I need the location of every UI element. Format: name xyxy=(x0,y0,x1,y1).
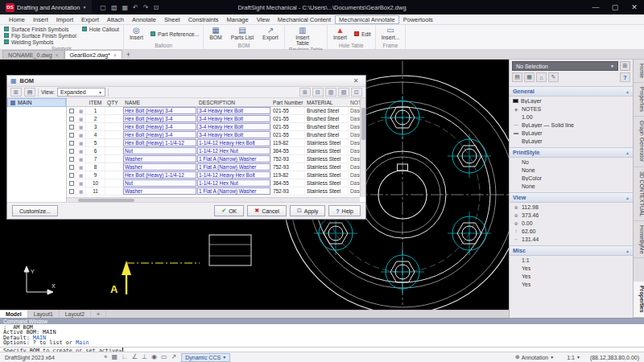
prop-misc-3[interactable]: Yes xyxy=(510,280,633,288)
tab-manage[interactable]: Manage xyxy=(223,15,253,24)
command-window-header[interactable]: Command Window xyxy=(0,319,644,324)
tab-home[interactable]: Home xyxy=(5,15,29,24)
checkbox[interactable] xyxy=(69,173,74,178)
etrack-toggle-icon[interactable]: ◉ xyxy=(151,353,157,361)
section-printstyle[interactable]: PrintStyle▲ xyxy=(510,147,633,158)
prop-view-height[interactable]: ↕62.60 xyxy=(510,227,633,235)
ok-button[interactable]: ✔OK xyxy=(214,205,244,216)
prop-transparency[interactable]: ByLayer xyxy=(510,137,633,145)
tab-model[interactable]: Model xyxy=(0,311,28,319)
section-misc[interactable]: Misc▲ xyxy=(510,245,633,256)
checkbox[interactable] xyxy=(69,181,74,186)
edit-hole-table-button[interactable]: Edit xyxy=(354,31,371,37)
cancel-button[interactable]: ✖Cancel xyxy=(247,205,287,216)
checkbox[interactable] xyxy=(69,109,74,113)
expand-all-icon[interactable]: ⊞ xyxy=(299,88,311,97)
palette-tab-home[interactable]: Home xyxy=(634,60,644,83)
add-layout-button[interactable]: + xyxy=(91,311,106,319)
export-button[interactable]: ↗Export xyxy=(261,26,280,40)
checkbox[interactable] xyxy=(69,141,74,146)
polar-toggle-icon[interactable]: ∠ xyxy=(132,353,138,361)
bom-button[interactable]: ▦BOM xyxy=(208,26,223,40)
undo-icon[interactable]: ↶ xyxy=(133,4,138,11)
save-icon[interactable]: ▦ xyxy=(122,4,128,11)
tab-mechanical-content[interactable]: Mechanical Content xyxy=(274,15,335,24)
tab-powertools[interactable]: Powertools xyxy=(399,15,437,24)
prop-view-width[interactable]: ↔131.44 xyxy=(510,235,633,243)
edit-icon[interactable]: ✎ xyxy=(548,72,559,82)
bom-tree-root[interactable]: MAIN xyxy=(7,98,66,107)
redo-icon[interactable]: ↷ xyxy=(143,4,149,11)
scale-dropdown[interactable]: 1:1▼ xyxy=(564,353,584,362)
open-file-icon[interactable]: ▧ xyxy=(111,4,118,11)
table-row[interactable]: ▦2Hex Bolt (Heavy) 3-43-4 Heavy Hex Bolt… xyxy=(67,115,360,123)
prop-misc-1[interactable]: Yes xyxy=(510,264,633,272)
prop-print-2[interactable]: ByColor xyxy=(510,174,633,182)
palette-tab-properties[interactable]: Properties xyxy=(634,83,644,117)
part-reference-button[interactable]: Part Reference... xyxy=(151,31,199,37)
ortho-toggle-icon[interactable]: ∟ xyxy=(122,353,128,361)
bom-refresh-icon[interactable]: ⊞ xyxy=(10,88,22,97)
tab-import[interactable]: Import xyxy=(52,15,77,24)
ucs-toggle-icon[interactable]: ↗ xyxy=(171,353,176,361)
select-entities-button[interactable]: ⊞ xyxy=(620,61,630,71)
insert-frame-button[interactable]: ▭Insert... xyxy=(380,26,402,40)
prop-misc-2[interactable]: Yes xyxy=(510,272,633,280)
close-tab-icon[interactable]: × xyxy=(56,52,59,58)
checkbox[interactable] xyxy=(69,117,74,121)
new-tab-button[interactable]: + xyxy=(122,51,134,59)
palette-tab-graph-generator[interactable]: Graph Generator xyxy=(634,117,644,167)
home-icon[interactable]: ⌂ xyxy=(536,72,547,82)
tab-layout1[interactable]: Layout1 xyxy=(28,311,60,319)
bom-settings-icon[interactable]: ▤ xyxy=(24,88,35,97)
prop-linestyle[interactable]: —ByLayer — Solid line xyxy=(510,121,633,129)
collapse-all-icon[interactable]: ⊟ xyxy=(312,88,324,97)
table-row[interactable]: ▦7Washer1 Flat A (Narrow) Washer752-93St… xyxy=(67,155,360,163)
tab-constraints[interactable]: Constraints xyxy=(184,15,223,24)
help-button[interactable]: ?Help xyxy=(328,205,361,216)
palette-tab-homebyme[interactable]: HomeByMe xyxy=(634,221,644,259)
prop-view-centerx[interactable]: ⊕112.98 xyxy=(510,203,633,211)
prop-view-centerz[interactable]: ⊕0.00 xyxy=(510,219,633,227)
tab-annotate[interactable]: Annotate xyxy=(128,15,160,24)
tab-view[interactable]: View xyxy=(253,15,274,24)
help-icon[interactable]: ? xyxy=(620,72,630,82)
section-view[interactable]: View▲ xyxy=(510,192,633,203)
checkbox[interactable] xyxy=(69,189,74,194)
tab-attach[interactable]: Attach xyxy=(103,15,128,24)
apply-button[interactable]: ⊡Apply xyxy=(290,205,325,216)
customize-button[interactable]: Customize... xyxy=(12,205,58,216)
prop-misc-scale[interactable]: 1:1 xyxy=(510,256,633,264)
grid-toggle-icon[interactable]: ▦ xyxy=(111,353,118,361)
selection-dropdown[interactable]: No Selection▼ xyxy=(512,61,618,71)
grid-view-icon[interactable]: ▤ xyxy=(512,72,522,82)
flip-surface-finish-button[interactable]: Flip Surface Finish Symbol xyxy=(4,32,76,39)
annotation-scale-dropdown[interactable]: ⊛Annotation▼ xyxy=(512,353,557,362)
close-button[interactable]: ✕ xyxy=(625,0,644,14)
datum-arrow-annotation[interactable]: A xyxy=(110,261,200,295)
filter-icon[interactable]: ▧ xyxy=(338,88,349,97)
view-mode-dropdown[interactable]: Expanded▼ xyxy=(57,88,105,97)
doc-tab-gearbox[interactable]: GearBox2.dwg*× xyxy=(64,50,122,59)
option-link[interactable]: Main xyxy=(76,339,89,346)
prop-print-0[interactable]: No xyxy=(510,158,633,166)
hole-callout-button[interactable]: Hole Callout xyxy=(82,26,119,32)
prop-lineweight[interactable]: ▬ByLayer xyxy=(510,129,633,137)
columns-icon[interactable]: ▥ xyxy=(325,88,336,97)
snap-toggle-icon[interactable]: ⌖ xyxy=(104,353,108,361)
prop-print-1[interactable]: None xyxy=(510,166,633,174)
table-row[interactable]: ▦4Hex Bolt (Heavy) 3-43-4 Heavy Hex Bolt… xyxy=(67,131,360,139)
horizontal-scrollbar[interactable] xyxy=(67,197,360,202)
prop-color[interactable]: ByLayer xyxy=(510,97,633,105)
insert-revision-table-button[interactable]: ▥Insert Table xyxy=(289,26,316,46)
scrollbar-thumb[interactable] xyxy=(78,199,134,202)
checkbox[interactable] xyxy=(69,165,74,170)
workspace-switcher[interactable]: DS Drafting and Annotation ▼ xyxy=(0,0,92,14)
tab-layout2[interactable]: Layout2 xyxy=(60,311,91,319)
vertical-scrollbar[interactable] xyxy=(360,98,365,197)
checkbox[interactable] xyxy=(69,157,74,162)
table-row[interactable]: ▦11Washer1 Flat A (Narrow) Washer752-93S… xyxy=(67,187,360,195)
surface-finish-symbols-button[interactable]: Surface Finish Symbols xyxy=(4,26,76,32)
tab-export[interactable]: Export xyxy=(77,15,103,24)
balloon-insert-button[interactable]: ◎Insert xyxy=(128,26,145,40)
